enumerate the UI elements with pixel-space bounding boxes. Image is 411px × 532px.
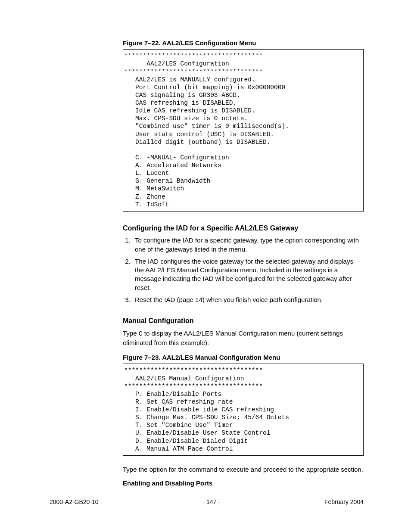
figure-7-22-box: ************************************* AA…	[123, 49, 364, 212]
list-item: Reset the IAD (page 14) when you finish …	[132, 296, 364, 304]
key-c: C	[139, 330, 143, 338]
figure-7-23-box: ************************************* AA…	[123, 364, 364, 455]
heading-manual-config: Manual Configuration	[123, 316, 364, 326]
text-span: Type	[123, 330, 139, 337]
closing-paragraph: Type the option for the command to execu…	[123, 465, 364, 474]
page-footer: 2000-A2-GB20-10 - 147 - February 2004	[50, 498, 364, 506]
footer-doc-id: 2000-A2-GB20-10	[50, 498, 99, 506]
text-span: to display the AAL2/LES Manual Configura…	[123, 330, 343, 346]
subsection-enabling-ports: Enabling and Disabling Ports	[123, 479, 364, 488]
steps-list: To configure the IAD for a specific gate…	[123, 236, 364, 304]
figure-7-22-caption: Figure 7–22. AAL2/LES Configuration Menu	[123, 39, 364, 47]
list-item: The IAD configures the voice gateway for…	[132, 257, 364, 292]
figure-7-23-caption: Figure 7–23. AAL2/LES Manual Configurati…	[123, 353, 364, 362]
manual-config-paragraph: Type C to display the AAL2/LES Manual Co…	[123, 329, 364, 348]
footer-page-number: - 147 -	[203, 498, 220, 506]
footer-date: February 2004	[324, 498, 364, 506]
heading-configure-gateway: Configuring the IAD for a Specific AAL2/…	[123, 224, 364, 233]
page-content: Figure 7–22. AAL2/LES Configuration Menu…	[0, 0, 411, 532]
list-item: To configure the IAD for a specific gate…	[132, 236, 364, 254]
